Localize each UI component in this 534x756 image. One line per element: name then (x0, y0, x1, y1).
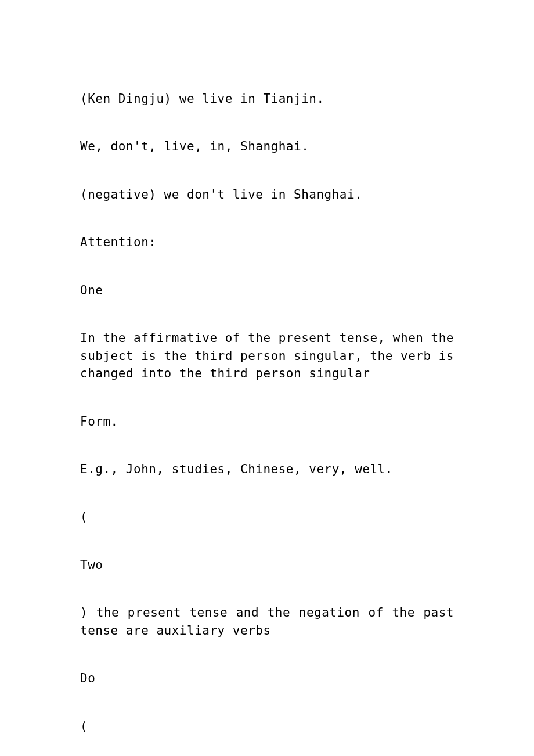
paragraph-6: In the affirmative of the present tense,… (80, 329, 454, 382)
paragraph-3: (negative) we don't live in Shanghai. (80, 186, 454, 203)
paragraph-9: ( (80, 508, 454, 525)
paragraph-11: ) the present tense and the negation of … (80, 604, 454, 639)
paragraph-12: Do (80, 669, 454, 687)
paragraph-13: ( (80, 718, 454, 735)
paragraph-8: E.g., John, studies, Chinese, very, well… (80, 460, 454, 478)
paragraph-5: One (80, 282, 454, 299)
paragraph-10: Two (80, 556, 454, 574)
paragraph-7: Form. (80, 413, 454, 430)
paragraph-1: (Ken Dingju) we live in Tianjin. (80, 90, 454, 107)
paragraph-4: Attention: (80, 233, 454, 251)
paragraph-2: We, don't, live, in, Shanghai. (80, 138, 454, 155)
